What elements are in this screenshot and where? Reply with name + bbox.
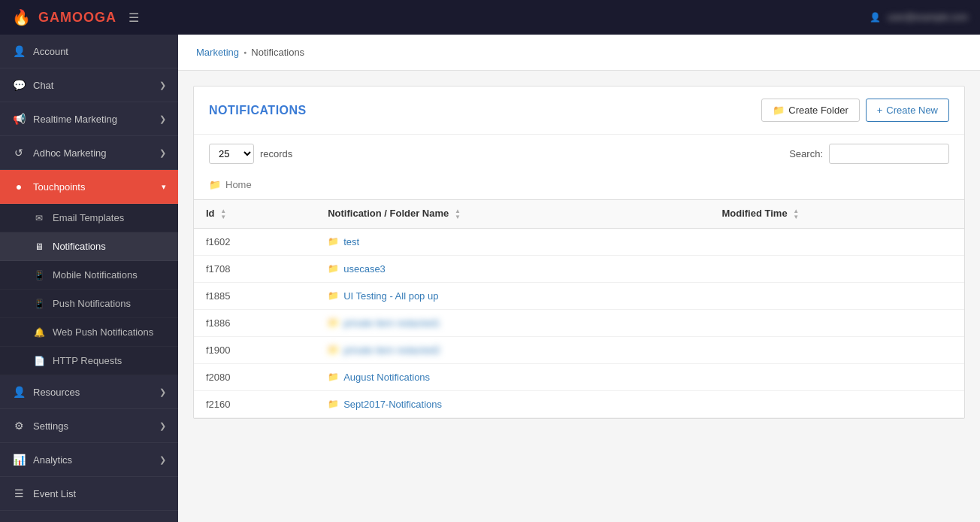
mobile-notifications-icon: 📱	[33, 270, 45, 281]
content-area: Marketing ● Notifications NOTIFICATIONS …	[178, 35, 980, 522]
sidebar-sub-label: HTTP Requests	[53, 355, 122, 366]
sort-icon[interactable]: ▲▼	[220, 208, 226, 220]
cell-modified	[709, 363, 964, 390]
search-input[interactable]	[829, 144, 949, 164]
sidebar-item-touchpoints[interactable]: ● Touchpoints ▾	[0, 170, 178, 204]
chevron-right-icon: ❯	[159, 80, 166, 90]
col-id: Id ▲▼	[194, 200, 316, 229]
breadcrumb-current: Notifications	[251, 47, 304, 58]
panel-actions: 📁 Create Folder + Create New	[761, 99, 949, 122]
sidebar-item-realtime-marketing[interactable]: 📢 Realtime Marketing ❯	[0, 102, 178, 136]
chat-icon: 💬	[12, 79, 26, 91]
cell-modified	[709, 255, 964, 282]
sidebar-item-label: Event List	[33, 488, 166, 499]
create-folder-button[interactable]: 📁 Create Folder	[761, 99, 859, 122]
sidebar-item-mobile-notifications[interactable]: 📱 Mobile Notifications	[0, 261, 178, 290]
sidebar-item-push-notifications[interactable]: 📱 Push Notifications	[0, 290, 178, 318]
folder-link[interactable]: 📁 test	[328, 236, 697, 247]
col-modified: Modified Time ▲▼	[709, 200, 964, 229]
cell-id: f1900	[194, 336, 316, 363]
sidebar-item-notifications[interactable]: 🖥 Notifications	[0, 232, 178, 261]
cell-id: f1708	[194, 255, 316, 282]
folder-link[interactable]: 📁 UI Testing - All pop up	[328, 290, 697, 302]
chevron-down-icon: ▾	[162, 182, 166, 192]
cell-name: 📁 Sept2017-Notifications	[316, 390, 709, 417]
cell-id: f1886	[194, 309, 316, 336]
account-icon: 👤	[12, 45, 26, 57]
sidebar-sub-label: Notifications	[53, 241, 106, 252]
table-row: f1886📁 private item redacted1	[194, 309, 964, 336]
email-templates-icon: ✉	[33, 213, 45, 223]
push-notifications-icon: 📱	[33, 299, 45, 309]
sidebar-item-settings[interactable]: ⚙ Settings ❯	[0, 409, 178, 443]
sidebar-item-http-requests[interactable]: 📄 HTTP Requests	[0, 347, 178, 375]
cell-name: 📁 usecase3	[316, 255, 709, 282]
adhoc-marketing-icon: ↺	[12, 147, 26, 159]
folder-link[interactable]: 📁 private item redacted2	[328, 344, 697, 356]
touchpoints-submenu: ✉ Email Templates 🖥 Notifications 📱 Mobi…	[0, 204, 178, 375]
sidebar-sub-label: Email Templates	[53, 212, 124, 223]
chevron-right-icon: ❯	[159, 421, 166, 431]
sidebar-item-account[interactable]: 👤 Account	[0, 35, 178, 68]
hamburger-button[interactable]: ☰	[129, 11, 139, 25]
table-body: f1602📁 testf1708📁 usecase3f1885📁 UI Test…	[194, 228, 964, 417]
folder-link-icon: 📁	[328, 399, 339, 409]
cell-id: f2080	[194, 363, 316, 390]
sidebar-item-label: Resources	[33, 387, 152, 398]
folder-link[interactable]: 📁 usecase3	[328, 263, 697, 275]
folder-link-icon: 📁	[328, 317, 339, 328]
sidebar-item-email-templates[interactable]: ✉ Email Templates	[0, 204, 178, 232]
folder-link[interactable]: 📁 private item redacted1	[328, 317, 697, 329]
panel-title: NOTIFICATIONS	[209, 104, 307, 117]
folder-link-icon: 📁	[328, 263, 339, 274]
sidebar-item-label: Adhoc Marketing	[33, 147, 152, 159]
realtime-marketing-icon: 📢	[12, 113, 26, 125]
sort-icon[interactable]: ▲▼	[793, 208, 799, 220]
create-new-button[interactable]: + Create New	[866, 99, 949, 122]
cell-modified	[709, 390, 964, 417]
event-list-icon: ☰	[12, 487, 26, 499]
cell-name: 📁 test	[316, 228, 709, 255]
records-control: 25 50 100 records	[209, 144, 292, 164]
breadcrumb-parent[interactable]: Marketing	[196, 47, 239, 58]
sort-icon[interactable]: ▲▼	[455, 208, 461, 220]
search-area: Search:	[789, 144, 949, 164]
table-row: f1900📁 private item redacted2	[194, 336, 964, 363]
table-row: f1602📁 test	[194, 228, 964, 255]
sidebar-item-label: Chat	[33, 80, 152, 91]
folder-link-icon: 📁	[328, 236, 339, 247]
logo-text: GAMOOGA	[38, 10, 116, 26]
sidebar-item-adhoc-marketing[interactable]: ↺ Adhoc Marketing ❯	[0, 136, 178, 170]
sidebar-item-analytics[interactable]: 📊 Analytics ❯	[0, 443, 178, 477]
main-layout: 👤 Account 💬 Chat ❯ 📢 Realtime Marketing …	[0, 35, 980, 522]
cell-name: 📁 private item redacted1	[316, 309, 709, 336]
settings-icon: ⚙	[12, 420, 26, 432]
cell-modified	[709, 336, 964, 363]
sidebar-item-chat[interactable]: 💬 Chat ❯	[0, 68, 178, 102]
search-label: Search:	[789, 148, 823, 159]
sidebar-item-event-list[interactable]: ☰ Event List	[0, 477, 178, 511]
sidebar-item-resources[interactable]: 👤 Resources ❯	[0, 375, 178, 409]
folder-link[interactable]: 📁 August Notifications	[328, 372, 697, 383]
sidebar-item-label: Realtime Marketing	[33, 114, 152, 125]
cell-name: 📁 UI Testing - All pop up	[316, 282, 709, 309]
folder-link-icon: 📁	[328, 290, 339, 301]
logo-area: 🔥 GAMOOGA	[12, 8, 116, 26]
folder-link-icon: 📁	[328, 344, 339, 355]
touchpoints-icon: ●	[12, 181, 26, 193]
folder-link[interactable]: 📁 Sept2017-Notifications	[328, 399, 697, 410]
records-per-page-select[interactable]: 25 50 100	[209, 144, 254, 164]
folder-nav: 📁 Home	[194, 173, 964, 199]
http-requests-icon: 📄	[33, 356, 45, 366]
chevron-right-icon: ❯	[159, 387, 166, 397]
cell-name: 📁 August Notifications	[316, 363, 709, 390]
plus-icon: +	[877, 105, 883, 116]
breadcrumb: Marketing ● Notifications	[178, 35, 980, 71]
sidebar-item-label: Settings	[33, 420, 152, 432]
notifications-table: Id ▲▼ Notification / Folder Name ▲▼ Modi…	[194, 199, 964, 418]
sidebar-item-web-push-notifications[interactable]: 🔔 Web Push Notifications	[0, 318, 178, 347]
web-push-icon: 🔔	[33, 327, 45, 338]
table-row: f2160📁 Sept2017-Notifications	[194, 390, 964, 417]
notifications-panel: NOTIFICATIONS 📁 Create Folder + Create N…	[193, 86, 965, 419]
chevron-right-icon: ❯	[159, 114, 166, 124]
